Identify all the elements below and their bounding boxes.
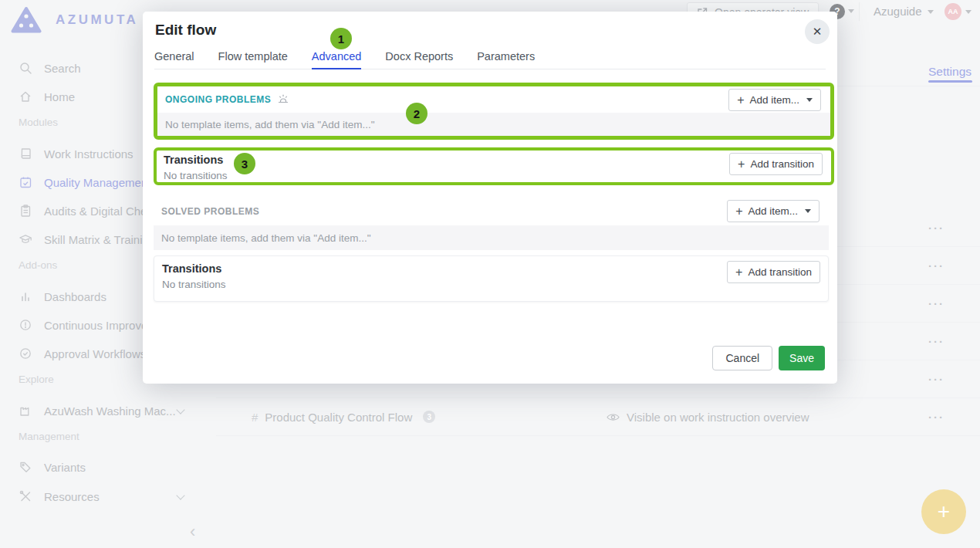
ongoing-problems-header: ONGOING PROBLEMS + Add item... (157, 86, 830, 113)
ongoing-problems-title: ONGOING PROBLEMS (165, 94, 271, 105)
close-icon[interactable]: ✕ (805, 19, 830, 44)
modal-footer: Cancel Save (712, 346, 825, 370)
tab-general[interactable]: General (154, 50, 194, 69)
ongoing-problems-empty: No template items, add them via "Add ite… (157, 113, 830, 136)
transitions-section-top: Transitions No transitions + Add transit… (154, 147, 834, 185)
add-transition-button[interactable]: + Add transition (729, 153, 823, 175)
transitions-title: Transitions (164, 152, 824, 168)
app-root: AZUMUTA Search Home Modules Work Instruc… (0, 0, 980, 548)
add-item-label: Add item... (749, 94, 799, 106)
ongoing-problems-section: ONGOING PROBLEMS + Add item... No templa… (154, 83, 834, 140)
solved-problems-title: SOLVED PROBLEMS (161, 206, 259, 217)
add-item-label: Add item... (748, 205, 798, 217)
siren-icon (277, 94, 289, 105)
transitions-empty: No transitions (164, 168, 824, 184)
add-transition-button[interactable]: + Add transition (727, 261, 820, 283)
cancel-button[interactable]: Cancel (712, 346, 772, 370)
plus-icon: + (737, 94, 744, 107)
solved-problems-empty: No template items, add them via "Add ite… (154, 225, 829, 250)
tab-parameters[interactable]: Parameters (477, 50, 535, 69)
add-transition-label: Add transition (748, 266, 812, 278)
add-transition-label: Add transition (750, 158, 814, 170)
add-item-button[interactable]: + Add item... (727, 200, 819, 222)
tab-flow-template[interactable]: Flow template (218, 50, 288, 69)
tab-docx-reports[interactable]: Docx Reports (385, 50, 453, 69)
transitions-section-bottom: Transitions No transitions + Add transit… (154, 255, 829, 302)
plus-icon: + (735, 266, 742, 279)
plus-icon: + (735, 205, 742, 218)
tab-advanced[interactable]: Advanced (312, 50, 362, 69)
annotation-step-3: 3 (234, 153, 255, 174)
save-button[interactable]: Save (779, 346, 825, 370)
plus-icon: + (738, 158, 745, 171)
chevron-down-icon (806, 98, 813, 102)
modal-tabs: General Flow template Advanced Docx Repo… (154, 50, 826, 69)
edit-flow-modal: Edit flow ✕ General Flow template Advanc… (143, 12, 837, 384)
solved-problems-header: SOLVED PROBLEMS + Add item... (154, 197, 829, 225)
add-item-button[interactable]: + Add item... (728, 89, 821, 111)
annotation-step-1: 1 (330, 28, 352, 49)
transitions-title: Transitions (162, 261, 820, 277)
chevron-down-icon (805, 209, 811, 213)
annotation-step-2: 2 (406, 103, 427, 124)
transitions-empty: No transitions (162, 277, 820, 293)
solved-problems-section: SOLVED PROBLEMS + Add item... No templat… (154, 197, 829, 250)
modal-title: Edit flow (155, 22, 216, 39)
